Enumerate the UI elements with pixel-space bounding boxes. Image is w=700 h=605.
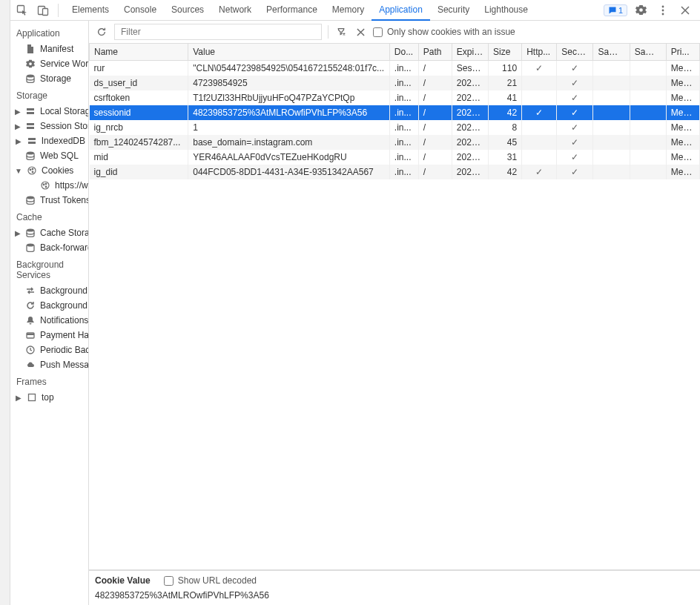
svg-rect-10 [27,127,34,129]
cell-samesite [593,61,630,76]
cell-sameparty [630,150,666,165]
table-row[interactable]: ig_nrcb1.in.../2022...8Medi... [90,120,700,135]
refresh-icon[interactable] [95,25,108,39]
column-header[interactable]: Size [489,44,522,61]
sidebar-item[interactable]: Web SQL [10,148,88,163]
only-issues-checkbox[interactable]: Only show cookies with an issue [373,27,515,37]
cell-name: csrftoken [90,90,188,105]
chevron-right-icon: ▶ [15,137,22,145]
sidebar-item[interactable]: Push Messaging [10,357,88,372]
sidebar-item[interactable]: Storage [10,71,88,86]
sidebar-item-label: Back-forward Cache [40,242,89,253]
sidebar-section-title: Background Services [10,255,88,283]
column-header[interactable]: Pri... [666,44,699,61]
panel-tab-elements[interactable]: Elements [65,0,116,21]
cell-expires: 2023... [452,150,488,165]
cell-http [522,150,557,165]
cell-expires: 2022... [452,90,488,105]
sidebar-item[interactable]: ▶Session Storage [10,119,88,133]
cookies-table-wrap: NameValueDo...PathExpir...SizeHttp...Sec… [89,44,700,570]
show-url-decoded-checkbox[interactable]: Show URL decoded [164,575,257,586]
sidebar-item[interactable]: Background Fetch [10,283,88,298]
panel-tab-performance[interactable]: Performance [259,0,325,21]
sidebar-item[interactable]: ▶Cache Storage [10,225,88,240]
panel-tab-console[interactable]: Console [116,0,164,21]
sidebar-item[interactable]: ▶IndexedDB [10,133,88,148]
sidebar-item[interactable]: https://www.instagram.com [10,178,88,193]
cell-secure [557,105,593,120]
column-header[interactable]: Http... [522,44,557,61]
svg-point-23 [27,229,34,232]
clear-icon[interactable] [354,25,367,39]
column-header[interactable]: Same... [593,44,630,61]
table-row[interactable]: rur"CLN\05447239854925\0541672155248:01f… [90,61,700,76]
sidebar-item[interactable]: Payment Handler [10,328,88,343]
table-row[interactable]: ig_did044FCD05-8DD1-4431-A34E-9351342AA5… [90,165,700,179]
cell-pri: Medi... [666,165,699,179]
sidebar-item[interactable]: Periodic Background Sync [10,343,88,357]
cell-http [522,120,557,135]
sidebar-item[interactable]: ▼Cookies [10,163,88,178]
panel-tab-sources[interactable]: Sources [164,0,211,21]
table-row[interactable]: midYER46AALAAF0dVcsTEZueHKodgRU.in.../20… [90,150,700,165]
cookie-icon [27,165,37,176]
column-header[interactable]: Do... [389,44,418,61]
table-row[interactable]: csrftokenT1f2UZl33HRbUjjyuHFoQ47PZaYCPtQ… [90,90,700,105]
svg-point-6 [27,75,34,78]
column-header[interactable]: Value [188,44,390,61]
sidebar-item-label: Storage [40,73,71,84]
chevron-down-icon: ▼ [15,167,22,175]
column-header[interactable]: Secure [557,44,593,61]
cell-size: 45 [489,135,522,150]
svg-point-14 [28,167,36,174]
cell-samesite [593,90,630,105]
cell-http [522,105,557,120]
cloud-icon [25,360,36,370]
more-menu-icon[interactable] [654,1,672,19]
cell-secure [557,90,593,105]
sidebar-item[interactable]: Trust Tokens [10,193,88,208]
panel-tab-lighthouse[interactable]: Lighthouse [477,0,535,21]
sidebar-item[interactable]: Notifications [10,313,88,328]
panel-tab-application[interactable]: Application [372,0,430,21]
sidebar-item[interactable]: Background Sync [10,298,88,313]
device-toolbar-icon[interactable] [34,1,52,19]
column-header[interactable]: Path [418,44,452,61]
table-row[interactable]: sessionid48239853725%3AtMLROwfiPVhLFP%3A… [90,105,700,120]
only-issues-label: Only show cookies with an issue [387,27,515,37]
sidebar-item[interactable]: Manifest [10,42,88,56]
filter-input[interactable] [114,24,322,40]
clear-filter-icon[interactable] [334,25,348,39]
cell-domain: .in... [389,90,418,105]
sidebar-item[interactable]: ▶top [10,390,88,405]
panel-tab-memory[interactable]: Memory [325,0,372,21]
cell-expires: 2022... [452,135,488,150]
svg-point-15 [30,169,31,171]
cell-samesite [593,135,630,150]
svg-point-3 [662,5,664,7]
cell-secure [557,76,593,90]
table-row[interactable]: fbm_124024574287...base_domain=.instagra… [90,135,700,150]
sidebar-section-title: Application [10,24,88,42]
close-devtools-icon[interactable] [676,1,694,19]
sidebar-item-label: Background Sync [40,300,89,311]
cookie-value-title: Cookie Value [95,575,151,586]
back-icon [25,242,36,253]
column-header[interactable]: Expir... [452,44,488,61]
column-header[interactable]: Same... [630,44,666,61]
sidebar-item[interactable]: ▶Local Storage [10,104,88,119]
column-header[interactable]: Name [90,44,188,61]
sidebar-item[interactable]: Service Workers [10,56,88,71]
panel-tab-network[interactable]: Network [211,0,259,21]
panel-tab-security[interactable]: Security [430,0,477,21]
cell-sameparty [630,76,666,90]
table-row[interactable]: ds_user_id47239854925.in.../2022...21Med… [90,76,700,90]
cell-size: 42 [489,165,522,179]
sidebar-item[interactable]: Back-forward Cache [10,240,88,255]
inspect-element-icon[interactable] [13,1,31,19]
issues-badge[interactable]: 1 [604,4,627,16]
settings-gear-icon[interactable] [632,1,650,19]
cell-size: 110 [489,61,522,76]
cell-expires: 2023... [452,165,488,179]
panel-tabs: ElementsConsoleSourcesNetworkPerformance… [65,0,601,21]
